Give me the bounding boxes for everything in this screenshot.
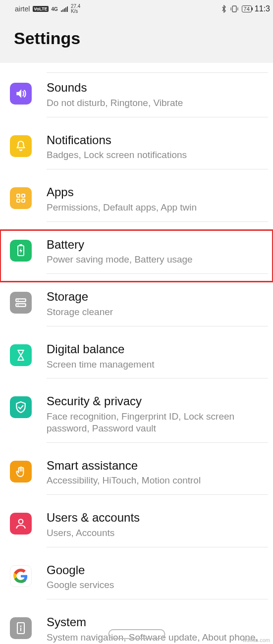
status-bar: airtel VoLTE 4G 27.4 K/s 74 11:3 xyxy=(0,0,273,18)
storage-icon xyxy=(10,292,32,314)
svg-point-13 xyxy=(19,519,23,524)
battery-icon xyxy=(10,240,32,262)
item-title: Battery xyxy=(47,238,268,252)
settings-item-apps[interactable]: Apps Permissions, Default apps, App twin xyxy=(0,177,273,230)
svg-point-11 xyxy=(18,300,19,301)
settings-header: Settings xyxy=(0,18,273,63)
hand-icon xyxy=(10,461,32,483)
item-subtitle: Users, Accounts xyxy=(47,527,268,539)
gesture-nav-pill[interactable] xyxy=(108,629,165,639)
item-subtitle: Screen time management xyxy=(47,359,268,371)
item-subtitle: Google services xyxy=(47,579,268,591)
network-type: 4G xyxy=(52,6,58,12)
settings-list: Sounds Do not disturb, Ringtone, Vibrate… xyxy=(0,73,273,644)
hourglass-icon xyxy=(10,344,32,366)
item-subtitle: Do not disturb, Ringtone, Vibrate xyxy=(47,97,268,109)
google-icon xyxy=(10,565,32,587)
item-title: Digital balance xyxy=(47,342,268,357)
signal-bars-icon xyxy=(61,6,68,12)
settings-item-security[interactable]: Security & privacy Face recognition, Fin… xyxy=(0,386,273,450)
svg-point-12 xyxy=(18,305,19,306)
svg-rect-6 xyxy=(22,199,25,202)
settings-item-storage[interactable]: Storage Storage cleaner xyxy=(0,282,273,334)
item-subtitle: Permissions, Default apps, App twin xyxy=(47,202,268,214)
vibrate-icon xyxy=(230,5,239,12)
item-subtitle: Badges, Lock screen notifications xyxy=(47,149,268,161)
clock: 11:3 xyxy=(255,4,270,13)
sounds-icon xyxy=(10,83,32,105)
svg-rect-4 xyxy=(22,194,25,197)
page-title: Settings xyxy=(14,29,259,48)
apps-grid-icon xyxy=(10,187,32,209)
item-subtitle: Storage cleaner xyxy=(47,306,268,318)
truncated-row xyxy=(47,63,268,73)
settings-item-digital-balance[interactable]: Digital balance Screen time management xyxy=(0,334,273,387)
svg-rect-16 xyxy=(20,628,21,631)
settings-item-smart-assistance[interactable]: Smart assistance Accessibility, HiTouch,… xyxy=(0,451,273,503)
bluetooth-icon xyxy=(221,5,227,13)
settings-item-google[interactable]: Google Google services xyxy=(0,555,273,608)
item-title: Security & privacy xyxy=(47,394,268,409)
item-title: Apps xyxy=(47,185,268,200)
settings-item-users-accounts[interactable]: Users & accounts Users, Accounts xyxy=(0,503,273,555)
item-title: System xyxy=(47,615,268,630)
item-title: Storage xyxy=(47,290,268,304)
user-icon xyxy=(10,513,32,535)
volte-badge: VoLTE xyxy=(33,6,48,12)
svg-rect-8 xyxy=(19,244,22,246)
svg-rect-0 xyxy=(232,6,236,12)
shield-icon xyxy=(10,396,32,418)
item-title: Sounds xyxy=(47,81,268,95)
item-subtitle: Power saving mode, Battery usage xyxy=(47,254,268,266)
carrier-label: airtel xyxy=(15,5,30,13)
svg-rect-3 xyxy=(17,194,20,197)
settings-item-notifications[interactable]: Notifications Badges, Lock screen notifi… xyxy=(0,125,273,178)
battery-indicator: 74 xyxy=(242,5,252,12)
item-subtitle: Face recognition, Fingerprint ID, Lock s… xyxy=(47,411,268,434)
settings-item-sounds[interactable]: Sounds Do not disturb, Ringtone, Vibrate xyxy=(0,73,273,125)
bell-icon xyxy=(10,135,32,157)
item-title: Notifications xyxy=(47,133,268,148)
svg-rect-5 xyxy=(17,199,20,202)
system-info-icon xyxy=(10,617,32,639)
item-title: Smart assistance xyxy=(47,459,268,473)
item-title: Users & accounts xyxy=(47,511,268,525)
item-subtitle: Accessibility, HiTouch, Motion control xyxy=(47,475,268,486)
item-title: Google xyxy=(47,563,268,578)
watermark: wsxdn.com xyxy=(243,637,270,643)
svg-point-15 xyxy=(20,626,22,627)
network-speed: 27.4 K/s xyxy=(71,4,80,14)
svg-rect-10 xyxy=(16,304,26,306)
settings-item-battery[interactable]: Battery Power saving mode, Battery usage xyxy=(0,230,273,282)
svg-rect-9 xyxy=(16,299,26,302)
